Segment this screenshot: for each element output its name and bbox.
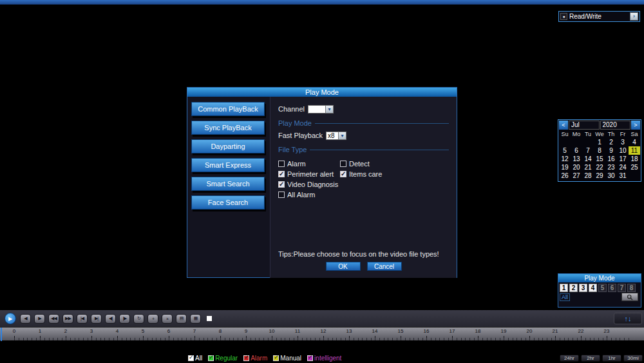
calendar-day[interactable]: 10	[617, 146, 629, 155]
file-type-option[interactable]: Detect	[340, 159, 449, 168]
previous-frame-button[interactable]: ◀|	[105, 314, 116, 324]
calendar-day[interactable]: 9	[605, 146, 617, 155]
calendar-day[interactable]: 5	[559, 146, 571, 155]
sync-playback-button[interactable]: Sync PlayBack	[191, 121, 265, 135]
legend-item[interactable]: Alarm	[243, 355, 267, 362]
file-type-option[interactable]: Items care	[340, 170, 449, 178]
checkbox[interactable]	[340, 171, 346, 177]
clip-button[interactable]: +	[147, 314, 158, 324]
channel-button[interactable]: 4	[589, 284, 597, 292]
cancel-button[interactable]: Cancel	[367, 262, 402, 271]
readwrite-dropdown[interactable]: ● Read/Write ›	[558, 11, 640, 22]
file-type-option[interactable]: All Alarm	[278, 190, 340, 199]
file-type-option[interactable]: Video Diagnosis	[278, 180, 340, 188]
search-button[interactable]	[621, 293, 638, 301]
channel-button[interactable]: 1	[560, 284, 568, 292]
calendar-day[interactable]: 4	[629, 138, 640, 146]
calendar-day[interactable]: 24	[617, 163, 629, 172]
scale-1hr-button[interactable]: 1hr	[602, 355, 621, 362]
calendar-prev-button[interactable]: <	[559, 121, 568, 130]
calendar-day[interactable]: 19	[559, 163, 571, 172]
file-list-button[interactable]: ▤	[176, 314, 187, 324]
calendar-day[interactable]: 18	[629, 155, 640, 163]
chevron-down-icon[interactable]: ▾	[325, 106, 333, 113]
file-type-option[interactable]: Perimeter alert	[278, 170, 340, 178]
next-file-button[interactable]: ▶|	[91, 314, 102, 324]
channel-button[interactable]: 5	[598, 284, 607, 292]
reverse-play-button[interactable]: ◀	[20, 314, 31, 324]
calendar-day[interactable]: 31	[617, 172, 629, 180]
calendar-day[interactable]: 11	[629, 146, 640, 155]
calendar-day[interactable]: 27	[571, 172, 582, 180]
smart-search-button[interactable]: Smart Search	[191, 177, 265, 191]
channel-button[interactable]: 3	[579, 284, 587, 292]
legend-checkbox[interactable]	[208, 355, 214, 361]
dayparting-button[interactable]: Dayparting	[191, 139, 265, 153]
repeat-button[interactable]: ↻	[133, 314, 144, 324]
channel-button[interactable]: 6	[608, 284, 616, 292]
smart-express-button[interactable]: Smart Express	[191, 158, 265, 172]
calendar-day[interactable]: 25	[629, 163, 640, 172]
split-view-button[interactable]: ▦	[190, 314, 201, 324]
calendar-day[interactable]: 15	[594, 155, 605, 163]
channel-button[interactable]: 7	[618, 284, 626, 292]
calendar-day[interactable]: 16	[605, 155, 617, 163]
calendar-day[interactable]: 6	[571, 146, 582, 155]
channel-button[interactable]: 2	[569, 284, 578, 292]
scale-2hr-button[interactable]: 2hr	[581, 355, 600, 362]
calendar-day[interactable]: 26	[559, 172, 571, 180]
calendar-day[interactable]: 14	[582, 155, 594, 163]
calendar-month-select[interactable]: Jul	[569, 121, 600, 130]
timeline-ruler[interactable]: 01234567891011121314151617181920212223	[0, 327, 644, 340]
calendar-day[interactable]: 20	[571, 163, 582, 172]
legend-checkbox[interactable]	[307, 355, 313, 361]
chevron-down-icon[interactable]: ▾	[338, 132, 346, 139]
checkbox[interactable]	[340, 161, 346, 167]
calendar-day[interactable]: 8	[594, 146, 605, 155]
legend-item[interactable]: All	[188, 355, 202, 362]
scale-24hr-button[interactable]: 24hr	[560, 355, 579, 362]
checkbox[interactable]	[278, 191, 285, 198]
legend-item[interactable]: Manual	[273, 355, 301, 362]
ok-button[interactable]: OK	[326, 262, 361, 271]
play-button[interactable]: ▶	[5, 313, 16, 324]
file-type-option[interactable]: Alarm	[278, 159, 340, 168]
calendar-year-select[interactable]: 2020	[600, 121, 631, 130]
calendar-next-button[interactable]: >	[631, 121, 640, 130]
calendar-day[interactable]: 1	[594, 138, 605, 146]
scale-30min-button[interactable]: 30mi	[623, 355, 643, 362]
face-search-button[interactable]: Face Search	[191, 195, 265, 210]
calendar-day[interactable]: 28	[582, 172, 594, 180]
previous-file-button[interactable]: |◀	[77, 314, 88, 324]
fast-rewind-button[interactable]: ◀◀	[48, 314, 59, 324]
calendar-day[interactable]: 2	[605, 138, 617, 146]
timeline-scroll-button[interactable]: ↑↓	[614, 313, 642, 324]
checkbox[interactable]	[278, 161, 285, 167]
legend-item[interactable]: Regular	[208, 355, 238, 362]
checkbox[interactable]	[278, 181, 285, 188]
channel-button[interactable]: 8	[627, 284, 636, 292]
fast-playback-select[interactable]: x8 ▾	[326, 132, 346, 140]
fast-forward-button[interactable]: ▶▶	[62, 314, 73, 324]
calendar-day[interactable]: 3	[617, 138, 629, 146]
common-playback-button[interactable]: Common PlayBack	[191, 102, 265, 116]
next-frame-button[interactable]: |▶	[119, 314, 130, 324]
legend-checkbox[interactable]	[188, 355, 194, 361]
calendar-day[interactable]: 12	[559, 155, 571, 163]
calendar-day[interactable]: 29	[594, 172, 605, 180]
calendar-day[interactable]: 22	[594, 163, 605, 172]
dropdown-arrow-icon[interactable]: ›	[630, 12, 638, 21]
legend-item[interactable]: intelligent	[307, 355, 341, 362]
slow-play-button[interactable]: ▶	[34, 314, 45, 324]
calendar-day[interactable]: 30	[605, 172, 617, 180]
playhead-marker[interactable]	[1, 328, 2, 341]
legend-checkbox[interactable]	[243, 355, 249, 361]
calendar-day[interactable]: 17	[617, 155, 629, 163]
calendar-day[interactable]: 23	[605, 163, 617, 172]
channel-select[interactable]: ▾	[308, 105, 334, 113]
checkbox[interactable]	[278, 171, 285, 177]
legend-checkbox[interactable]	[273, 355, 279, 361]
all-channels-button[interactable]: All	[560, 293, 570, 301]
calendar-day[interactable]: 21	[582, 163, 594, 172]
calendar-day[interactable]: 13	[571, 155, 582, 163]
